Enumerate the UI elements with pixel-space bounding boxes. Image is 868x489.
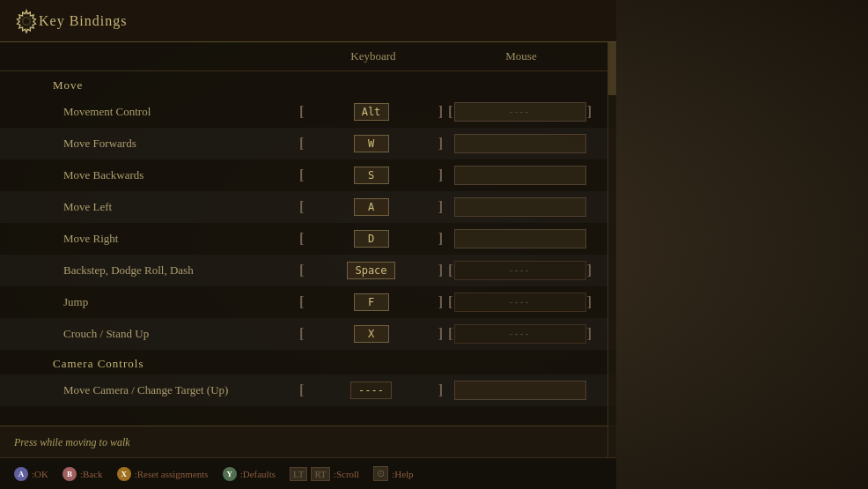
- col-keyboard-header: Keyboard: [299, 49, 447, 63]
- keyboard-binding[interactable]: [ W ]: [299, 132, 443, 155]
- bracket-right: ]: [438, 167, 443, 183]
- keyboard-binding[interactable]: [ D ]: [299, 227, 443, 250]
- table-row[interactable]: Move Right [ D ]: [0, 223, 616, 255]
- bracket-left: [: [299, 167, 304, 183]
- defaults-label: :Defaults: [240, 469, 276, 479]
- table-row[interactable]: Movement Control [ Alt ] [ ---- ]: [0, 96, 616, 128]
- lt-icon: LT: [290, 467, 307, 481]
- mouse-binding[interactable]: [448, 379, 592, 402]
- ctrl-back: B :Back: [63, 467, 103, 481]
- y-button: Y: [223, 467, 237, 481]
- action-label: Move Camera / Change Target (Up): [0, 383, 299, 397]
- key-value: W: [354, 135, 389, 152]
- gear-icon: [14, 9, 39, 33]
- column-headers: Keyboard Mouse: [0, 42, 616, 71]
- keyboard-binding[interactable]: [ F ]: [299, 291, 443, 314]
- bracket-right: ]: [438, 294, 443, 310]
- table-row[interactable]: Move Left [ A ]: [0, 191, 616, 223]
- bracket-left: [: [448, 294, 452, 310]
- table-row[interactable]: Backstep, Dodge Roll, Dash [ Space ] [ -…: [0, 255, 616, 286]
- bracket-right: ]: [438, 326, 443, 342]
- title-bar: Key Bindings: [0, 0, 616, 42]
- action-label: Move Forwards: [0, 137, 299, 151]
- key-value: X: [354, 325, 389, 343]
- mouse-binding[interactable]: [448, 227, 592, 250]
- rt-icon: RT: [311, 467, 329, 481]
- key-value: Alt: [354, 103, 389, 121]
- key-value: S: [354, 167, 389, 184]
- bracket-right: ]: [587, 104, 592, 120]
- action-label: Jump: [0, 295, 299, 309]
- mouse-binding[interactable]: [448, 164, 592, 187]
- main-panel: Key Bindings Keyboard Mouse Move Movemen…: [0, 0, 616, 489]
- table-row[interactable]: Move Camera / Change Target (Up) [ ---- …: [0, 374, 616, 406]
- keyboard-binding[interactable]: [ ---- ]: [299, 379, 443, 402]
- reset-label: :Reset assignments: [135, 469, 209, 479]
- a-button: A: [14, 467, 28, 481]
- mouse-dashes: ----: [510, 106, 531, 119]
- ctrl-help: ⊙ :Help: [373, 466, 413, 481]
- bracket-right: ]: [587, 326, 592, 342]
- bracket-left: [: [299, 231, 304, 247]
- help-label: :Help: [392, 469, 413, 479]
- action-label: Movement Control: [0, 105, 299, 119]
- bracket-left: [: [299, 294, 304, 310]
- mouse-dashes: ----: [510, 296, 531, 309]
- bracket-right: ]: [438, 263, 443, 278]
- mouse-binding[interactable]: [ ---- ]: [448, 259, 592, 282]
- section-camera: Camera Controls: [0, 350, 616, 374]
- page-title: Key Bindings: [39, 13, 127, 29]
- action-label: Move Right: [0, 232, 299, 246]
- table-row[interactable]: Move Backwards [ S ]: [0, 159, 616, 191]
- action-label: Backstep, Dodge Roll, Dash: [0, 263, 299, 278]
- key-value: Space: [347, 262, 394, 279]
- mouse-binding[interactable]: [448, 196, 592, 219]
- keyboard-binding[interactable]: [ Space ]: [299, 259, 443, 282]
- key-value: ----: [350, 382, 392, 399]
- bracket-left: [: [299, 382, 304, 398]
- mouse-dashes: ----: [510, 264, 531, 278]
- table-row[interactable]: Crouch / Stand Up [ X ] [ ---- ]: [0, 318, 616, 350]
- keyboard-binding[interactable]: [ Alt ]: [299, 100, 443, 123]
- bracket-right: ]: [438, 382, 443, 398]
- keyboard-binding[interactable]: [ X ]: [299, 322, 443, 345]
- key-value: F: [354, 293, 389, 311]
- bracket-left: [: [448, 263, 452, 278]
- mouse-bg: [454, 197, 586, 217]
- mouse-bg: [454, 134, 586, 153]
- scrollbar[interactable]: [607, 42, 616, 457]
- action-label: Move Left: [0, 200, 299, 214]
- table-row[interactable]: Jump [ F ] [ ---- ]: [0, 286, 616, 318]
- ctrl-scroll: LT RT :Scroll: [290, 467, 359, 481]
- mouse-bg: [454, 229, 586, 248]
- mouse-binding[interactable]: [ ---- ]: [448, 100, 592, 123]
- hint-text: Press while moving to walk: [14, 436, 130, 448]
- bindings-list: Move Movement Control [ Alt ] [ ---- ] M…: [0, 71, 616, 426]
- bracket-left: [: [299, 263, 304, 278]
- ctrl-reset: X :Reset assignments: [117, 467, 209, 481]
- action-label: Crouch / Stand Up: [0, 327, 299, 341]
- bracket-right: ]: [587, 294, 592, 310]
- bracket-left: [: [299, 136, 304, 152]
- mouse-binding[interactable]: [448, 132, 592, 155]
- x-button: X: [117, 467, 131, 481]
- mouse-binding[interactable]: [ ---- ]: [448, 322, 592, 345]
- mouse-binding[interactable]: [ ---- ]: [448, 291, 592, 314]
- mouse-bg: [454, 166, 586, 185]
- bracket-left: [: [448, 104, 452, 120]
- bracket-left: [: [299, 104, 304, 120]
- key-value: D: [354, 230, 389, 248]
- keyboard-binding[interactable]: [ A ]: [299, 196, 443, 219]
- bracket-right: ]: [587, 263, 592, 278]
- bracket-right: ]: [438, 231, 443, 247]
- col-mouse-header: Mouse: [447, 49, 595, 63]
- ok-label: :OK: [32, 469, 48, 479]
- key-value: A: [354, 198, 389, 216]
- help-icon: ⊙: [373, 466, 388, 481]
- scroll-label: :Scroll: [334, 469, 359, 479]
- mouse-dashes: ----: [510, 328, 531, 341]
- scrollbar-thumb[interactable]: [608, 42, 616, 95]
- keyboard-binding[interactable]: [ S ]: [299, 164, 443, 187]
- b-button: B: [63, 467, 77, 481]
- table-row[interactable]: Move Forwards [ W ]: [0, 128, 616, 159]
